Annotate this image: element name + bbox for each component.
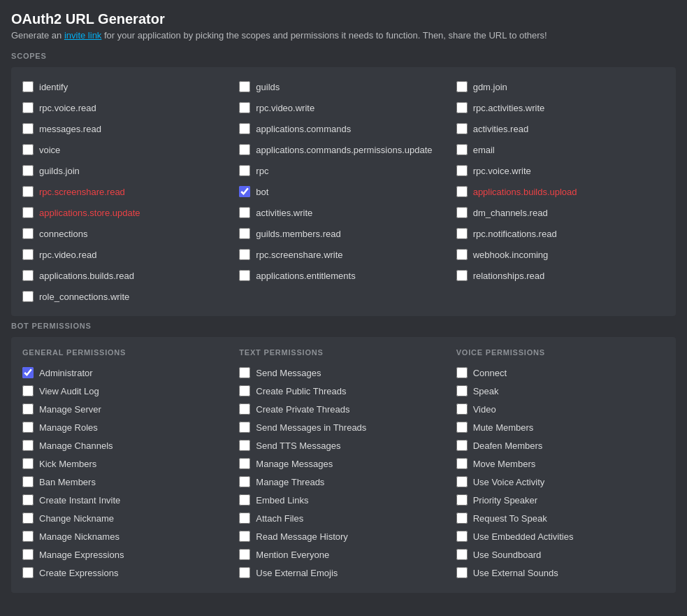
scope-item[interactable]: applications.commands: [239, 120, 447, 137]
perm-checkbox-ViewAuditLog[interactable]: [22, 385, 34, 396]
perm-checkbox-ManageChannels[interactable]: [22, 440, 34, 451]
perm-item[interactable]: Manage Messages: [239, 454, 447, 473]
scope-checkbox-rpc.video.write[interactable]: [239, 102, 250, 113]
scope-checkbox-messages.read[interactable]: [22, 123, 34, 134]
scope-checkbox-rpc.video.read[interactable]: [22, 249, 34, 260]
scope-checkbox-dm_channels.read[interactable]: [456, 207, 468, 218]
perm-item[interactable]: Manage Threads: [239, 473, 447, 491]
perm-checkbox-ManageExpressions[interactable]: [22, 549, 34, 560]
perm-checkbox-UseVoiceActivity[interactable]: [456, 476, 468, 487]
perm-item[interactable]: Mention Everyone: [239, 545, 447, 564]
perm-item[interactable]: Use External Emojis: [239, 564, 447, 582]
scope-item[interactable]: applications.commands.permissions.update: [239, 141, 447, 158]
perm-item[interactable]: Create Expressions: [22, 564, 231, 582]
scope-checkbox-relationships.read[interactable]: [456, 270, 468, 281]
perm-checkbox-DeafenMembers[interactable]: [456, 440, 468, 451]
scope-item[interactable]: email: [456, 141, 665, 158]
perm-item[interactable]: Mute Members: [456, 418, 665, 436]
scope-checkbox-rpc.screenshare.write[interactable]: [239, 249, 250, 260]
scope-item[interactable]: gdm.join: [456, 78, 665, 95]
scope-checkbox-role_connections.write[interactable]: [22, 291, 34, 302]
scope-checkbox-applications.builds.read[interactable]: [22, 270, 34, 281]
scope-item[interactable]: rpc: [239, 162, 447, 179]
scope-item[interactable]: applications.entitlements: [239, 267, 447, 284]
perm-checkbox-RequestToSpeak[interactable]: [456, 513, 468, 524]
perm-item[interactable]: Manage Expressions: [22, 545, 231, 564]
scope-checkbox-applications.builds.upload[interactable]: [456, 186, 468, 197]
perm-checkbox-MuteMembers[interactable]: [456, 422, 468, 433]
scope-checkbox-rpc.activities.write[interactable]: [456, 102, 468, 113]
perm-checkbox-UseExternalSounds[interactable]: [456, 567, 468, 578]
scope-checkbox-gdm.join[interactable]: [456, 81, 468, 92]
perm-item[interactable]: Priority Speaker: [456, 491, 665, 509]
perm-checkbox-ManageNicknames[interactable]: [22, 531, 34, 542]
scope-item[interactable]: guilds.join: [22, 162, 231, 179]
perm-item[interactable]: Send Messages in Threads: [239, 418, 447, 436]
scope-item[interactable]: rpc.notifications.read: [456, 225, 665, 242]
perm-item[interactable]: Send TTS Messages: [239, 436, 447, 454]
perm-item[interactable]: View Audit Log: [22, 382, 231, 400]
perm-checkbox-ManageServer[interactable]: [22, 403, 34, 415]
perm-item[interactable]: Video: [456, 400, 665, 418]
scope-item[interactable]: role_connections.write: [22, 288, 231, 305]
scope-checkbox-bot[interactable]: [239, 186, 250, 197]
perm-checkbox-CreateInstantInvite[interactable]: [22, 494, 34, 506]
perm-item[interactable]: Request To Speak: [456, 509, 665, 527]
perm-item[interactable]: Use External Sounds: [456, 564, 665, 582]
perm-checkbox-BanMembers[interactable]: [22, 476, 34, 487]
scope-checkbox-rpc.voice.write[interactable]: [456, 165, 468, 176]
scope-checkbox-applications.commands[interactable]: [239, 123, 250, 134]
scope-checkbox-email[interactable]: [456, 144, 468, 155]
perm-checkbox-PrioritySpeaker[interactable]: [456, 494, 468, 506]
perm-item[interactable]: Attach Files: [239, 509, 447, 527]
scope-checkbox-rpc.voice.read[interactable]: [22, 102, 34, 113]
scope-checkbox-activities.read[interactable]: [456, 123, 468, 134]
scope-item[interactable]: guilds: [239, 78, 447, 95]
perm-checkbox-Speak[interactable]: [456, 385, 468, 396]
scope-item[interactable]: relationships.read: [456, 267, 665, 284]
perm-checkbox-CreatePublicThreads[interactable]: [239, 385, 250, 396]
perm-checkbox-SendTTSMessages[interactable]: [239, 440, 250, 451]
perm-item[interactable]: Create Public Threads: [239, 382, 447, 400]
perm-item[interactable]: Ban Members: [22, 473, 231, 491]
perm-item[interactable]: Read Message History: [239, 527, 447, 545]
perm-item[interactable]: Kick Members: [22, 454, 231, 473]
scope-item[interactable]: applications.store.update: [22, 204, 231, 221]
perm-checkbox-SendMessagesInThreads[interactable]: [239, 422, 250, 433]
scope-checkbox-rpc.notifications.read[interactable]: [456, 228, 468, 239]
scope-item[interactable]: voice: [22, 141, 231, 158]
scope-item[interactable]: applications.builds.read: [22, 267, 231, 284]
perm-checkbox-MoveMembers[interactable]: [456, 458, 468, 469]
perm-item[interactable]: Manage Roles: [22, 418, 231, 436]
scope-item[interactable]: rpc.video.write: [239, 99, 447, 116]
scope-checkbox-voice[interactable]: [22, 144, 34, 155]
perm-checkbox-SendMessages[interactable]: [239, 367, 250, 378]
scope-item[interactable]: rpc.screenshare.write: [239, 246, 447, 263]
perm-checkbox-Connect[interactable]: [456, 367, 468, 378]
perm-checkbox-MentionEveryone[interactable]: [239, 549, 250, 560]
perm-checkbox-UseSoundboard[interactable]: [456, 549, 468, 560]
perm-checkbox-ManageRoles[interactable]: [22, 422, 34, 433]
scope-item[interactable]: connections: [22, 225, 231, 242]
perm-item[interactable]: Send Messages: [239, 364, 447, 382]
perm-item[interactable]: Manage Channels: [22, 436, 231, 454]
perm-item[interactable]: Use Voice Activity: [456, 473, 665, 491]
scope-item[interactable]: rpc.voice.read: [22, 99, 231, 116]
perm-item[interactable]: Manage Server: [22, 400, 231, 418]
perm-item[interactable]: Move Members: [456, 454, 665, 473]
perm-checkbox-UseEmbeddedActivities[interactable]: [456, 531, 468, 542]
scope-checkbox-activities.write[interactable]: [239, 207, 250, 218]
scope-item[interactable]: rpc.voice.write: [456, 162, 665, 179]
perm-checkbox-ManageMessages[interactable]: [239, 458, 250, 469]
perm-checkbox-ManageThreads[interactable]: [239, 476, 250, 487]
perm-item[interactable]: Speak: [456, 382, 665, 400]
scope-item[interactable]: activities.write: [239, 204, 447, 221]
scope-checkbox-rpc[interactable]: [239, 165, 250, 176]
perm-checkbox-Video[interactable]: [456, 403, 468, 415]
perm-item[interactable]: Embed Links: [239, 491, 447, 509]
scope-checkbox-guilds.members.read[interactable]: [239, 228, 250, 239]
scope-item[interactable]: webhook.incoming: [456, 246, 665, 263]
perm-checkbox-ChangeNickname[interactable]: [22, 513, 34, 524]
scope-item[interactable]: rpc.activities.write: [456, 99, 665, 116]
perm-item[interactable]: Manage Nicknames: [22, 527, 231, 545]
